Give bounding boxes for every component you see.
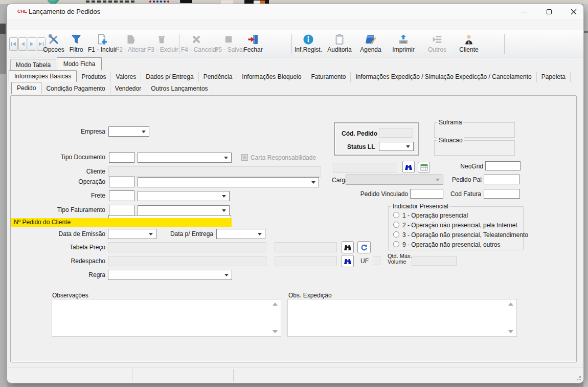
- tab-valores[interactable]: Valores: [111, 72, 141, 82]
- operacao-select[interactable]: [138, 177, 319, 187]
- minimize-button[interactable]: [512, 4, 535, 19]
- binoculars-icon: [344, 244, 352, 251]
- toolbar-imprimir-button[interactable]: Imprimir: [392, 32, 415, 56]
- agenda-book-icon: [365, 34, 377, 45]
- tipo-faturamento-label: Tipo Faturamento: [44, 206, 105, 213]
- chevron-down-icon: [406, 145, 410, 148]
- scroll-up-icon[interactable]: [508, 303, 513, 306]
- cliente-input: [108, 166, 321, 177]
- toolbar-inf-regist-button[interactable]: Inf.Regist.: [295, 32, 322, 56]
- background-window-edge: [0, 34, 6, 74]
- operacao-code-input[interactable]: [109, 177, 134, 187]
- resize-grip[interactable]: [579, 379, 581, 380]
- frete-select[interactable]: [138, 191, 230, 201]
- binoculars-icon: [344, 257, 352, 265]
- tipo-documento-select[interactable]: [138, 153, 232, 163]
- tabela-preco-search-button[interactable]: [342, 241, 354, 253]
- radio-nao-presencial-internet[interactable]: [393, 222, 399, 228]
- tabela-preco-input: [108, 242, 266, 252]
- nav-previous-button[interactable]: [18, 37, 27, 51]
- toolbar-cliente-button[interactable]: Cliente: [457, 32, 481, 56]
- frete-code-input[interactable]: [109, 190, 134, 201]
- chevron-down-icon: [258, 233, 262, 235]
- scroll-down-icon[interactable]: [273, 330, 278, 333]
- tipo-faturamento-code-input[interactable]: [109, 205, 134, 216]
- cod-pedido-label: Cód. Pedido: [342, 130, 377, 137]
- suframa-box: Suframa: [434, 122, 515, 138]
- radio-nao-presencial-outros[interactable]: [393, 241, 399, 247]
- exit-door-icon: [247, 34, 259, 45]
- chart-icon: [254, 1, 265, 4]
- uf-label: UF: [360, 257, 369, 265]
- tab-condicao-pagamento[interactable]: Condição Pagamento: [41, 83, 110, 94]
- toolbar-filtro-button[interactable]: Filtro: [67, 32, 85, 56]
- tab-pendencia[interactable]: Pendência: [199, 72, 238, 82]
- phone-icon: [180, 0, 192, 3]
- situacao-box: Situacao: [434, 140, 515, 156]
- volume-label: Volume: [388, 259, 406, 265]
- toolbar-auditoria-button[interactable]: Auditoria: [327, 32, 352, 56]
- data-entrega-select[interactable]: [216, 229, 265, 239]
- toolbar-f1-incluir-button[interactable]: F1 - Incluir: [88, 32, 116, 56]
- toolbar-outros-button: Outros: [426, 32, 448, 56]
- pedido-form-panel: Empresa Tipo Documento Carta Responsabil…: [10, 95, 577, 362]
- statusbar-divider: [233, 369, 234, 382]
- neogrid-label: NeoGrid: [432, 163, 483, 170]
- pedido-search-button[interactable]: [402, 161, 415, 173]
- regra-select[interactable]: [108, 270, 232, 280]
- nav-next-button[interactable]: [28, 37, 36, 51]
- radio-nao-presencial-teleatendimento[interactable]: [393, 231, 399, 238]
- empresa-select[interactable]: [108, 126, 149, 137]
- toolbar-fechar-button[interactable]: Fechar: [242, 32, 264, 56]
- cod-fatura-input[interactable]: [484, 189, 520, 199]
- tab-vendedor[interactable]: Vendedor: [110, 83, 146, 94]
- pedido-pai-input[interactable]: [484, 175, 520, 184]
- cod-fatura-label: Cod Fatura: [430, 190, 481, 198]
- tab-pedido[interactable]: Pedido: [11, 82, 41, 94]
- regra-label: Regra: [54, 271, 105, 278]
- tabela-preco-refresh-button[interactable]: [357, 241, 371, 253]
- scroll-up-icon[interactable]: [273, 303, 278, 306]
- toolbar-f4-cancelar-button: F4 - Cancelar: [181, 32, 212, 56]
- tab-informacoes-expedicao[interactable]: Informações Expedição / Simulação Expedi…: [351, 72, 536, 82]
- edit-document-icon: [125, 34, 136, 45]
- num-pedido-cliente-label: Nº Pedido do Cliente: [14, 219, 71, 226]
- obs-expedicao-textarea[interactable]: [287, 299, 517, 337]
- indicador-presencial-title: Indicador Presencial: [391, 203, 450, 210]
- tab-informacoes-basicas[interactable]: Informações Basicas: [9, 70, 77, 82]
- data-emissao-label: Data de Emissão: [54, 230, 105, 238]
- add-document-icon: [96, 34, 107, 45]
- radio-label-4: 9 - Operação não presencial, outros: [402, 241, 500, 248]
- tab-modo-ficha[interactable]: Modo Ficha: [57, 57, 102, 70]
- app-logo-icon: CHE: [17, 9, 27, 14]
- scroll-down-icon[interactable]: [508, 330, 513, 333]
- nav-first-button[interactable]: [9, 37, 18, 51]
- maximize-button[interactable]: [538, 4, 560, 19]
- close-button[interactable]: [562, 4, 585, 19]
- tab-faturamento[interactable]: Faturamento: [306, 72, 351, 82]
- background-left-edge: [0, 4, 7, 387]
- pedido-vinculado-label: Pedido Vinculado: [357, 190, 408, 198]
- radio-label-1: 1 - Operação presencial: [402, 212, 468, 219]
- neogrid-input[interactable]: [485, 161, 521, 170]
- calendar-button[interactable]: [418, 162, 430, 173]
- data-emissao-select[interactable]: [108, 229, 156, 239]
- tab-papeleta[interactable]: Papeleta: [537, 72, 571, 82]
- radio-operacao-presencial[interactable]: [393, 212, 399, 218]
- tab-informacoes-bloqueio[interactable]: Informações Bloqueio: [237, 72, 306, 82]
- carta-responsabilidade-checkbox[interactable]: [241, 154, 248, 161]
- observacoes-textarea[interactable]: [52, 299, 281, 337]
- tab-produtos[interactable]: Produtos: [77, 72, 111, 82]
- tipo-faturamento-select[interactable]: [138, 205, 230, 216]
- redespacho-search-button[interactable]: [342, 255, 354, 267]
- toolbar-opcoes-button[interactable]: Opcoes: [43, 32, 64, 56]
- tab-outros-lancamentos[interactable]: Outros Lançamentos: [146, 83, 213, 94]
- toolbar-agenda-button[interactable]: Agenda: [359, 32, 382, 56]
- status-ll-select[interactable]: [379, 142, 414, 151]
- dots-icon: [149, 1, 151, 3]
- tipo-documento-code-input[interactable]: [109, 152, 134, 163]
- avatar-icon: [221, 0, 233, 4]
- tab-dados-entrega[interactable]: Dados p/ Entrega: [141, 72, 198, 82]
- indicador-presencial-box: Indicador Presencial 1 - Operação presen…: [388, 206, 524, 250]
- tab-modo-tabela[interactable]: Modo Tabela: [10, 59, 56, 70]
